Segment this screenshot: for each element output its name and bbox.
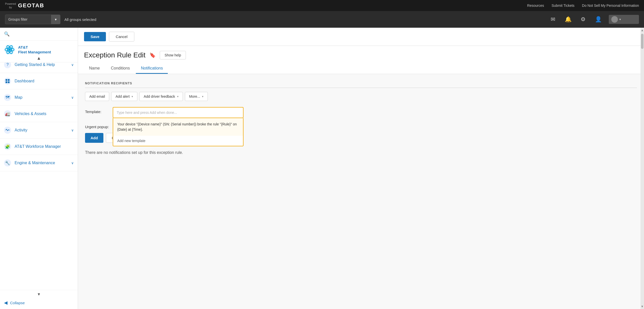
add-email-button[interactable]: Add email: [85, 92, 109, 101]
sidebar-item-label-activity: Activity: [15, 128, 68, 132]
sidebar-item-label-dashboard: Dashboard: [15, 79, 74, 83]
tab-notifications[interactable]: Notifications: [136, 63, 168, 74]
template-option-new[interactable]: Add new template: [113, 136, 243, 146]
template-label: Template:: [85, 107, 108, 114]
sidebar-item-map[interactable]: 🗺 Map ∨: [0, 89, 78, 106]
filter-bar-right: ✉ 🔔 ⚙ 👤 ▾: [548, 15, 639, 24]
cancel-button[interactable]: Cancel: [109, 32, 134, 42]
search-icon: 🔍: [4, 31, 10, 37]
add-alert-arrow-icon: ▾: [132, 95, 133, 98]
template-input[interactable]: [113, 107, 244, 118]
template-option-existing[interactable]: Your device "{Device name}" (SN: {Serial…: [113, 118, 243, 136]
sidebar-item-vehicles[interactable]: 🚛 Vehicles & Assets: [0, 106, 78, 122]
geotab-logo: GEOTAB: [18, 2, 44, 9]
more-button[interactable]: More... ▾: [185, 92, 208, 101]
filter-bar: Groups filter ▾ All groups selected ✉ 🔔 …: [0, 11, 644, 28]
activity-icon: [4, 127, 11, 134]
user-icon-button[interactable]: 👤: [594, 15, 603, 24]
scrollbar-down-arrow[interactable]: ▼: [640, 304, 644, 309]
template-dropdown: Your device "{Device name}" (SN: {Serial…: [113, 118, 244, 146]
tab-conditions[interactable]: Conditions: [106, 63, 135, 74]
sidebar-nav: ? Getting Started & Help ∨ Dashboard 🗺 M…: [0, 57, 78, 296]
engine-icon: 🔧: [4, 159, 11, 166]
sidebar-logo-text: AT&T Fleet Management: [18, 45, 51, 55]
sidebar: 🔍 AT&T Fleet Management ▲ ? Getting Star…: [0, 28, 78, 309]
svg-rect-8: [8, 81, 10, 83]
add-driver-feedback-button[interactable]: Add driver feedback ▾: [139, 92, 183, 101]
chevron-down-icon-engine: ∨: [71, 161, 74, 165]
sidebar-item-dashboard[interactable]: Dashboard: [0, 73, 78, 89]
template-input-wrapper: Your device "{Device name}" (SN: {Serial…: [113, 107, 244, 118]
scrollbar-thumb[interactable]: [641, 34, 643, 49]
top-nav: Resources Submit Tickets Do Not Sell My …: [527, 4, 639, 8]
sidebar-item-label-engine: Engine & Maintenance: [15, 161, 68, 165]
collapse-icon: ◀: [4, 300, 8, 305]
more-arrow-icon: ▾: [202, 95, 204, 98]
sidebar-item-workforce[interactable]: 🧩 AT&T Workforce Manager: [0, 139, 78, 155]
resources-link[interactable]: Resources: [527, 4, 544, 8]
user-menu[interactable]: ▾: [609, 15, 639, 24]
show-help-button[interactable]: Show help: [160, 51, 186, 59]
add-alert-button[interactable]: Add alert ▾: [111, 92, 137, 101]
page-title-row: Exception Rule Edit 🔖 Show help: [84, 51, 638, 59]
page-title: Exception Rule Edit: [84, 51, 145, 59]
add-button[interactable]: Add: [85, 133, 103, 143]
template-form-row: Template: Your device "{Device name}" (S…: [85, 107, 637, 118]
no-notifications-text: There are no notifications set up for th…: [85, 150, 637, 155]
add-driver-feedback-arrow-icon: ▾: [177, 95, 179, 98]
sidebar-item-label-vehicles: Vehicles & Assets: [15, 112, 74, 116]
svg-rect-7: [6, 81, 7, 83]
add-email-label: Add email: [89, 94, 105, 98]
save-button[interactable]: Save: [84, 32, 106, 41]
map-icon: 🗺: [4, 94, 11, 101]
sidebar-search-area: 🔍: [0, 28, 78, 41]
section-title-notification-recipients: NOTIFICATION RECIPIENTS: [85, 82, 637, 88]
do-not-sell-link[interactable]: Do Not Sell My Personal Information: [582, 4, 639, 8]
top-bar: Poweredby GEOTAB Resources Submit Ticket…: [0, 0, 644, 11]
workforce-icon: 🧩: [4, 143, 11, 150]
bookmark-icon[interactable]: 🔖: [149, 52, 156, 58]
mail-icon-button[interactable]: ✉: [548, 15, 557, 24]
scrollbar[interactable]: ▲ ▼: [640, 28, 644, 309]
logo-area: Poweredby GEOTAB: [5, 2, 44, 9]
sidebar-scroll-up-button[interactable]: ▲: [0, 54, 78, 62]
avatar: [611, 16, 618, 23]
groups-filter-label: Groups filter: [5, 17, 51, 21]
scrollbar-up-arrow[interactable]: ▲: [640, 28, 644, 33]
main-toolbar: Save Cancel: [78, 28, 644, 46]
page-title-area: Exception Rule Edit 🔖 Show help Name Con…: [78, 46, 644, 74]
content-body: NOTIFICATION RECIPIENTS Add email Add al…: [78, 74, 644, 309]
chevron-down-icon: ∨: [71, 63, 74, 67]
sidebar-item-label-workforce: AT&T Workforce Manager: [15, 144, 74, 149]
user-menu-arrow: ▾: [619, 18, 621, 21]
powered-by-text: Poweredby: [5, 2, 16, 9]
main-layout: 🔍 AT&T Fleet Management ▲ ? Getting Star…: [0, 28, 644, 309]
att-logo-icon: [4, 44, 15, 55]
gear-icon-button[interactable]: ⚙: [579, 15, 588, 24]
vehicles-icon: 🚛: [4, 110, 11, 117]
svg-point-4: [8, 48, 11, 51]
groups-filter-arrow[interactable]: ▾: [51, 15, 60, 24]
sidebar-collapse[interactable]: ◀ Collapse: [0, 296, 78, 309]
chevron-down-icon-activity: ∨: [71, 128, 74, 132]
dashboard-icon: [4, 78, 11, 85]
add-driver-feedback-label: Add driver feedback: [144, 94, 175, 98]
add-alert-label: Add alert: [115, 94, 130, 98]
sidebar-scroll-down-button[interactable]: ▾: [0, 290, 78, 298]
chevron-down-icon-map: ∨: [71, 95, 74, 99]
sidebar-item-activity[interactable]: Activity ∨: [0, 122, 78, 139]
sidebar-item-label-map: Map: [15, 95, 68, 100]
sidebar-collapse-label: Collapse: [10, 301, 25, 305]
svg-rect-6: [8, 79, 10, 81]
main-content: Save Cancel Exception Rule Edit 🔖 Show h…: [78, 28, 644, 309]
tab-name[interactable]: Name: [84, 63, 105, 74]
groups-filter-dropdown[interactable]: Groups filter ▾: [5, 15, 60, 24]
sidebar-item-engine[interactable]: 🔧 Engine & Maintenance ∨: [0, 155, 78, 171]
all-groups-text: All groups selected: [64, 17, 96, 22]
sidebar-item-label-getting-started: Getting Started & Help: [15, 62, 68, 67]
tabs: Name Conditions Notifications: [84, 63, 638, 74]
svg-rect-5: [6, 79, 7, 81]
bell-icon-button[interactable]: 🔔: [564, 15, 573, 24]
urgent-popup-label: Urgent popup:: [85, 122, 109, 129]
submit-tickets-link[interactable]: Submit Tickets: [552, 4, 575, 8]
